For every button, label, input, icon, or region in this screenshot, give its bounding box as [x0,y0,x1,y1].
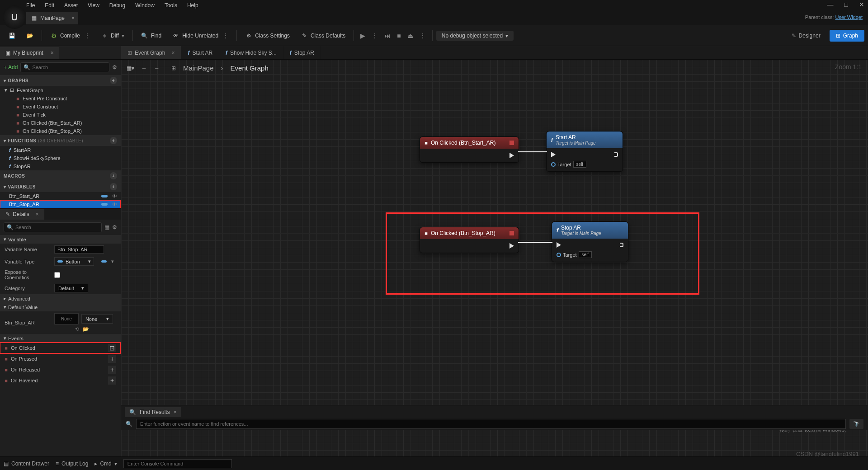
tree-var-btn-stop[interactable]: Btn_Stop_AR 👁 [0,200,121,208]
exec-in-pin[interactable] [557,242,561,248]
event-on-clicked[interactable]: ◆ On Clicked ⊡ [0,343,121,353]
tree-event-tick[interactable]: ◆ Event Tick [0,111,121,119]
add-button[interactable]: + Add [4,64,18,70]
tree-event-construct[interactable]: ◆ Event Construct [0,103,121,111]
category-selector[interactable]: Default ▾ [54,284,88,292]
section-graphs[interactable]: ▾ GRAPHS + [0,75,121,86]
section-variables[interactable]: ▾ VARIABLES + [0,181,121,192]
target-pin[interactable]: Target self [551,161,586,168]
close-tab-icon[interactable]: × [171,50,175,56]
delegate-pin[interactable] [509,141,514,145]
exec-out-pin[interactable] [614,152,618,157]
menu-help[interactable]: Help [187,2,198,9]
tree-fn-stop-ar[interactable]: f StopAR [0,162,121,170]
output-log-button[interactable]: ≡ Output Log [56,461,88,467]
exec-out-pin[interactable] [509,243,514,249]
tree-on-clicked-stop[interactable]: ◆ On Clicked (Btn_Stop_AR) [0,127,121,135]
tab-my-blueprint[interactable]: ▣ My Blueprint × [0,47,59,59]
nav-forward-button[interactable]: → [152,63,161,73]
eject-button[interactable]: ⏏ [405,30,416,41]
add-event-button[interactable]: + [108,366,116,374]
node-on-clicked-stop[interactable]: ◆ On Clicked (Btn_Stop_AR) [420,227,519,253]
add-event-button[interactable]: + [108,355,116,363]
use-selected-button[interactable]: ⟲ [75,326,79,332]
close-tab-icon[interactable]: × [51,50,54,56]
stop-button[interactable]: ■ [394,30,403,41]
grid-view-button[interactable]: ▦ [104,224,109,230]
close-tab-icon[interactable]: × [36,211,39,217]
browse-to-button[interactable]: 📂 [83,326,89,332]
play-button[interactable]: ▶ [358,30,368,41]
cmd-selector[interactable]: ▸ Cmd ▾ [94,461,117,467]
tree-fn-show-hide-sky[interactable]: f ShowHideSkySphere [0,154,121,162]
event-on-pressed[interactable]: ◆ On Pressed + [0,353,121,364]
find-in-all-button[interactable]: 🔭 [849,419,863,429]
add-variable-button[interactable]: + [110,183,117,190]
section-variable[interactable]: ▾ Variable [0,235,121,244]
settings-button[interactable]: ⚙ [112,64,117,70]
graph-canvas[interactable]: ▦▾ ← → ⊞ MainPage › Event Graph Zoom 1:1… [121,60,868,456]
target-pin[interactable]: Target self [557,251,592,258]
diff-button[interactable]: ⎆ Diff ▾ [96,29,129,42]
default-value-selector[interactable]: None ▾ [81,314,113,324]
tree-event-pre-construct[interactable]: ◆ Event Pre Construct [0,94,121,103]
content-drawer-button[interactable]: ▤ Content Drawer [4,461,49,467]
menu-view[interactable]: View [88,2,99,9]
variable-name-input[interactable] [54,245,104,254]
add-event-button[interactable]: + [108,376,116,385]
minimize-button[interactable]: — [827,1,834,8]
close-tab-icon[interactable]: × [71,15,75,21]
graph-mode-button[interactable]: ⊞ Graph [830,30,864,42]
variable-type-selector[interactable]: Button ▾ [54,257,94,266]
tab-show-hide-sky[interactable]: f Show Hide Sky S... [219,46,283,59]
tree-event-graph[interactable]: ▾ ⊞ EventGraph [0,86,121,94]
play-mode-dropdown[interactable]: ⋮ [369,30,381,41]
tab-details[interactable]: ✎ Details × [0,209,44,220]
play-options-dropdown[interactable]: ⋮ [417,30,429,41]
menu-asset[interactable]: Asset [64,2,78,9]
details-search-input[interactable]: 🔍 [4,222,102,232]
details-settings-button[interactable]: ⚙ [112,224,117,230]
menu-tools[interactable]: Tools [165,2,177,9]
node-stop-ar[interactable]: f Stop AR Target is Main Page Target sel… [552,221,628,262]
add-graph-button[interactable]: + [110,77,117,84]
tree-on-clicked-start[interactable]: ◆ On Clicked (Btn_Start_AR) [0,119,121,127]
document-tab-mainpage[interactable]: ▦ MainPage × [26,12,78,24]
blueprint-search-input[interactable]: 🔍 [20,62,109,72]
menu-debug[interactable]: Debug [109,2,125,9]
container-type-selector[interactable] [101,260,107,263]
save-button[interactable]: 💾 [4,29,20,42]
delegate-pin[interactable] [509,231,514,235]
section-functions[interactable]: ▾ FUNCTIONS (36 OVERRIDABLE) + [0,135,121,146]
tab-event-graph[interactable]: ⊞ Event Graph × [121,46,181,59]
menu-file[interactable]: File [26,2,35,9]
hide-unrelated-button[interactable]: 👁 Hide Unrelated ⋮ [168,29,233,42]
console-command-input[interactable] [123,459,232,468]
maximize-button[interactable]: □ [844,1,848,8]
step-button[interactable]: ⏭ [382,30,393,41]
close-button[interactable]: ✕ [859,1,864,8]
event-on-hovered[interactable]: ◆ On Hovered + [0,375,121,386]
find-button[interactable]: 🔍 Find [137,29,166,42]
dropdown-icon[interactable]: ⋮ [223,33,228,39]
compile-dropdown-icon[interactable]: ⋮ [85,33,90,39]
section-macros[interactable]: MACROS + [0,170,121,181]
class-defaults-button[interactable]: ✎ Class Defaults [296,29,350,42]
view-event-button[interactable]: ⊡ [108,344,116,352]
visibility-icon[interactable]: 👁 [112,202,117,207]
debug-object-selector[interactable]: No debug object selected ▾ [436,31,514,41]
class-settings-button[interactable]: ⚙ Class Settings [241,29,294,42]
tab-stop-ar[interactable]: f Stop AR [283,46,321,59]
tree-var-btn-start[interactable]: Btn_Start_AR 👁 [0,192,121,200]
close-tab-icon[interactable]: × [174,409,177,415]
add-macro-button[interactable]: + [110,172,117,179]
exec-out-pin[interactable] [620,243,623,247]
exec-out-pin[interactable] [509,152,514,159]
node-start-ar[interactable]: f Start AR Target is Main Page Target se… [546,131,623,172]
node-on-clicked-start[interactable]: ◆ On Clicked (Btn_Start_AR) [420,136,519,163]
section-events[interactable]: ▾ Events [0,334,121,343]
find-input[interactable] [136,419,846,429]
tab-start-ar[interactable]: f Start AR [181,46,219,59]
exec-in-pin[interactable] [551,152,556,157]
section-default-value[interactable]: ▾ Default Value [0,303,121,311]
